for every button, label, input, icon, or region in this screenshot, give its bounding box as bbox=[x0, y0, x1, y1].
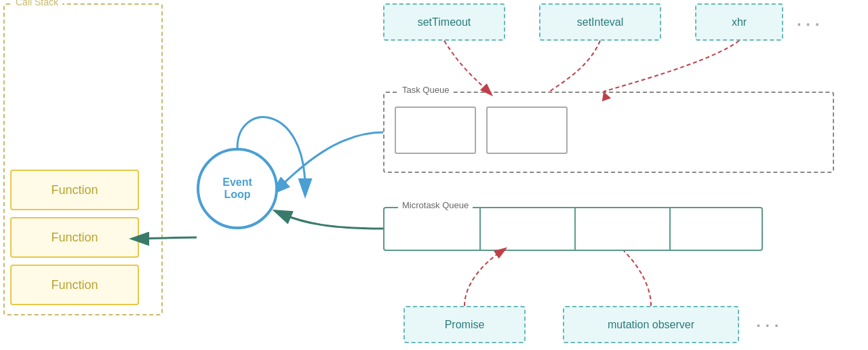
microtask-divider-3 bbox=[669, 208, 671, 250]
api-setinterval: setInteval bbox=[539, 3, 661, 41]
microtask-queue-container: Microtask Queue bbox=[383, 207, 763, 251]
api-settimeout: setTimeout bbox=[383, 3, 505, 41]
api-mutation: mutation observer bbox=[563, 306, 739, 343]
function-box-1: Function bbox=[10, 170, 139, 210]
function-box-3: Function bbox=[10, 265, 139, 305]
task-box-2 bbox=[486, 106, 568, 154]
api-promise: Promise bbox=[403, 306, 526, 343]
microtask-divider-1 bbox=[479, 208, 481, 250]
dots-bottom: · · · bbox=[756, 316, 778, 335]
task-queue-label: Task Queue bbox=[398, 85, 453, 95]
microtask-queue-label: Microtask Queue bbox=[398, 200, 473, 210]
dots-top: · · · bbox=[797, 15, 819, 34]
call-stack-label: Call Stack bbox=[12, 0, 62, 7]
event-loop-circle: Event Loop bbox=[197, 148, 278, 229]
api-xhr: xhr bbox=[695, 3, 783, 41]
task-queue-container: Task Queue bbox=[383, 92, 834, 173]
microtask-divider-2 bbox=[574, 208, 576, 250]
task-queue-items bbox=[395, 106, 568, 154]
task-box-1 bbox=[395, 106, 476, 154]
function-box-2: Function bbox=[10, 217, 139, 258]
